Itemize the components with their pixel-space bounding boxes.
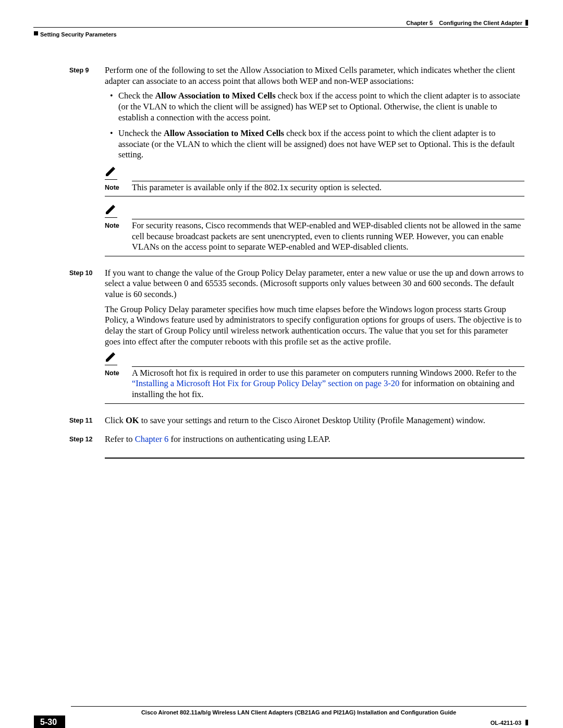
- step-12-label: Step 12: [69, 434, 105, 449]
- closing-rule: [105, 458, 524, 459]
- step-9-intro: Perform one of the following to set the …: [105, 65, 524, 87]
- pencil-icon: [105, 204, 116, 214]
- text-bold: Allow Association to Mixed Cells: [155, 91, 276, 101]
- page-container: Chapter 5 Configuring the Client Adapter…: [0, 0, 563, 728]
- hotfix-link[interactable]: “Installing a Microsoft Hot Fix for Grou…: [132, 378, 399, 388]
- step-9-bullet-1: Check the Allow Association to Mixed Cel…: [105, 91, 524, 123]
- step-9-bullets: Check the Allow Association to Mixed Cel…: [105, 91, 524, 161]
- note-text: A Microsoft hot fix is required in order…: [132, 368, 524, 400]
- text: A Microsoft hot fix is required in order…: [132, 368, 517, 378]
- note-block-3: Note A Microsoft hot fix is required in …: [105, 351, 524, 404]
- text: Refer to: [105, 434, 135, 444]
- note-row: Note This parameter is available only if…: [105, 182, 524, 193]
- text: Click: [105, 415, 126, 425]
- note-label: Note: [105, 182, 132, 192]
- note-top-rule: [132, 219, 524, 219]
- note-block-1: Note This parameter is available only if…: [105, 166, 524, 196]
- page-number: 5-30: [34, 715, 65, 728]
- header-chapter: Chapter 5 Configuring the Client Adapter: [406, 20, 522, 26]
- step-10-p2: The Group Policy Delay parameter specifi…: [105, 304, 524, 348]
- note-row: Note For security reasons, Cisco recomme…: [105, 220, 524, 253]
- step-12-body: Refer to Chapter 6 for instructions on a…: [105, 434, 524, 449]
- step-12-text: Refer to Chapter 6 for instructions on a…: [105, 434, 524, 445]
- text: Check the: [118, 91, 155, 101]
- content-area: Step 9 Perform one of the following to s…: [69, 65, 524, 459]
- footer-docnum: OL-4211-03: [491, 720, 521, 726]
- step-9: Step 9 Perform one of the following to s…: [69, 65, 524, 264]
- pencil-icon: [105, 351, 116, 362]
- step-10-p1: If you want to change the value of the G…: [105, 268, 524, 300]
- note-icon-wrap: [105, 351, 117, 365]
- step-11-text: Click OK to save your settings and retur…: [105, 415, 524, 426]
- step-10: Step 10 If you want to change the value …: [69, 268, 524, 411]
- step-9-bullet-2: Uncheck the Allow Association to Mixed C…: [105, 128, 524, 161]
- note-bottom-rule: [105, 196, 524, 196]
- footer-rule: [71, 706, 527, 707]
- note-text: For security reasons, Cisco recommends t…: [132, 220, 524, 253]
- note-icon-wrap: [105, 166, 117, 180]
- note-label: Note: [105, 368, 132, 378]
- step-10-label: Step 10: [69, 268, 105, 411]
- pencil-icon: [105, 166, 116, 176]
- header-rule: [33, 27, 528, 28]
- header-bar-left: [34, 31, 38, 35]
- header-bar-right: [525, 20, 528, 26]
- note-label: Note: [105, 220, 132, 230]
- note-top-rule: [132, 366, 524, 367]
- text: to save your settings and return to the …: [139, 415, 485, 425]
- step-12: Step 12 Refer to Chapter 6 for instructi…: [69, 434, 524, 449]
- note-text: This parameter is available only if the …: [132, 182, 524, 193]
- text-bold: OK: [126, 415, 139, 425]
- header-section: Setting Security Parameters: [40, 31, 117, 38]
- step-10-body: If you want to change the value of the G…: [105, 268, 524, 411]
- note-icon-wrap: [105, 204, 117, 218]
- note-block-2: Note For security reasons, Cisco recomme…: [105, 204, 524, 256]
- note-top-rule: [132, 181, 524, 181]
- footer-guide-title: Cisco Aironet 802.11a/b/g Wireless LAN C…: [71, 709, 527, 715]
- note-bottom-rule: [105, 403, 524, 404]
- footer-bar-right: [525, 720, 528, 725]
- note-row: Note A Microsoft hot fix is required in …: [105, 368, 524, 400]
- text: for instructions on authenticating using…: [168, 434, 330, 444]
- text-bold: Allow Association to Mixed Cells: [164, 128, 284, 138]
- step-11-body: Click OK to save your settings and retur…: [105, 415, 524, 430]
- note-bottom-rule: [105, 256, 524, 256]
- step-9-label: Step 9: [69, 65, 105, 264]
- step-11-label: Step 11: [69, 415, 105, 430]
- step-11: Step 11 Click OK to save your settings a…: [69, 415, 524, 430]
- text: Uncheck the: [118, 128, 164, 138]
- chapter-6-link[interactable]: Chapter 6: [135, 434, 169, 444]
- step-9-body: Perform one of the following to set the …: [105, 65, 524, 264]
